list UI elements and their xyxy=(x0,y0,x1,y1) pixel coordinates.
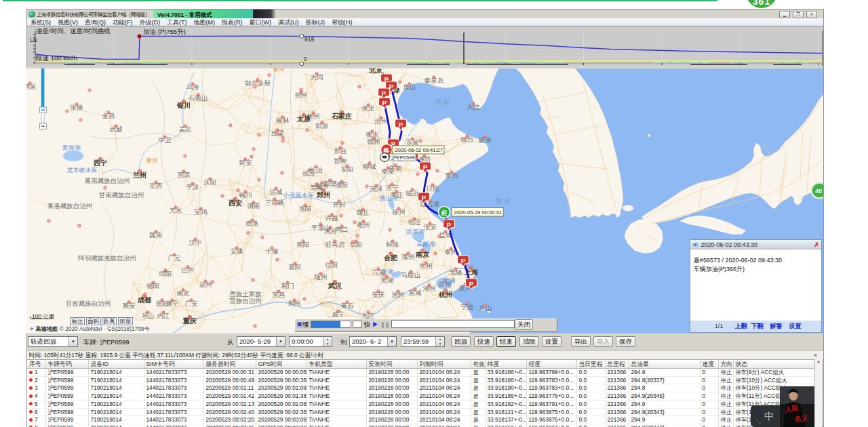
svg-text:P: P xyxy=(382,99,387,106)
svg-text:南阳: 南阳 xyxy=(297,241,310,248)
svg-text:许昌: 许昌 xyxy=(325,214,338,222)
svg-text:濮阳: 濮阳 xyxy=(336,181,349,188)
svg-text:咸宁: 咸宁 xyxy=(332,310,345,318)
svg-text:2020-06-02 09:41:27: 2020-06-02 09:41:27 xyxy=(395,147,443,153)
svg-text:芜湖: 芜湖 xyxy=(380,277,394,284)
svg-text:固原: 固原 xyxy=(178,171,191,178)
svg-text:邢台: 邢台 xyxy=(334,147,347,155)
svg-text:威海: 威海 xyxy=(479,136,492,144)
svg-text:庆阳: 庆阳 xyxy=(204,178,217,186)
svg-text:渤海: 渤海 xyxy=(435,98,451,106)
svg-text:运城: 运城 xyxy=(270,188,283,195)
svg-text:汉中: 汉中 xyxy=(189,239,202,246)
svg-text:日照: 日照 xyxy=(427,184,440,192)
svg-text:德阳: 德阳 xyxy=(146,282,160,289)
svg-text:安康: 安康 xyxy=(231,247,243,255)
svg-text:金昌: 金昌 xyxy=(102,112,115,119)
svg-text:苗族自治州: 苗族自治州 xyxy=(229,297,262,304)
svg-text:阿坝藏族羌族自治州: 阿坝藏族羌族自治州 xyxy=(78,254,136,262)
svg-text:龙羊峡水库: 龙羊峡水库 xyxy=(67,167,98,174)
svg-text:荆州: 荆州 xyxy=(288,300,301,307)
svg-text:油量/时间、速度/时间曲线: 油量/时间、速度/时间曲线 xyxy=(36,27,111,35)
svg-text:渭南: 渭南 xyxy=(248,202,260,209)
svg-text:驻马店: 驻马店 xyxy=(326,241,345,248)
svg-text:小浪底水库: 小浪底水库 xyxy=(283,192,314,199)
svg-text:宣城: 宣城 xyxy=(409,289,422,296)
svg-text:烟台: 烟台 xyxy=(460,136,474,143)
svg-text:徐州: 徐州 xyxy=(392,208,406,216)
svg-text:2020-05-29 00:00:31: 2020-05-29 00:00:31 xyxy=(454,209,502,216)
svg-text:开封: 开封 xyxy=(333,201,347,208)
svg-text:P: P xyxy=(389,83,394,90)
svg-text:南京: 南京 xyxy=(416,251,430,258)
svg-text:青岛: 青岛 xyxy=(446,171,458,179)
svg-text:荆门: 荆门 xyxy=(281,282,294,289)
svg-text:黄河: 黄河 xyxy=(146,157,158,164)
svg-text:武威: 武威 xyxy=(110,125,123,133)
svg-text:邯郸: 邯郸 xyxy=(334,157,348,165)
svg-text:菏泽: 菏泽 xyxy=(370,185,383,192)
svg-text:广元: 广元 xyxy=(168,254,182,262)
svg-text:德州: 德州 xyxy=(367,138,380,145)
svg-text:P: P xyxy=(423,163,428,171)
svg-text:太湖: 太湖 xyxy=(443,277,455,284)
svg-text:限速 100 km/h: 限速 100 km/h xyxy=(36,54,77,62)
svg-text:信阳: 信阳 xyxy=(325,261,338,268)
svg-text:天水: 天水 xyxy=(170,207,182,214)
svg-text:榆林: 榆林 xyxy=(276,117,290,124)
svg-text:宁波: 宁波 xyxy=(461,303,475,310)
svg-text:黄河: 黄河 xyxy=(273,68,285,73)
svg-text:黄石: 黄石 xyxy=(341,302,355,309)
svg-text:湖州: 湖州 xyxy=(423,285,436,292)
svg-text:商丘: 商丘 xyxy=(357,209,370,216)
svg-text:无锡: 无锡 xyxy=(450,268,462,276)
svg-text:沧州: 沧州 xyxy=(375,117,388,125)
svg-text:聊城: 聊城 xyxy=(363,163,377,170)
svg-text:鄂尔多斯: 鄂尔多斯 xyxy=(245,79,271,87)
svg-text:919: 919 xyxy=(304,36,314,43)
svg-text:宝鸡: 宝鸡 xyxy=(195,208,208,216)
svg-text:洪泽湖: 洪泽湖 xyxy=(406,228,425,235)
svg-text:成都: 成都 xyxy=(137,296,151,304)
svg-text:舟山: 舟山 xyxy=(479,304,492,312)
svg-text:南充: 南充 xyxy=(177,289,191,297)
svg-text:亳州: 亳州 xyxy=(357,221,370,228)
svg-text:淮安: 淮安 xyxy=(424,223,437,230)
svg-text:遂宁: 遂宁 xyxy=(166,300,179,307)
svg-text:安庆: 安庆 xyxy=(372,291,386,298)
svg-text:杭州: 杭州 xyxy=(438,291,452,298)
svg-text:乐山: 乐山 xyxy=(142,312,155,319)
svg-text:铜川: 铜川 xyxy=(239,191,252,199)
svg-text:达州: 达州 xyxy=(199,281,212,288)
svg-text:P: P xyxy=(447,221,452,228)
svg-text:内江: 内江 xyxy=(157,312,170,319)
svg-text:济宁: 济宁 xyxy=(386,184,399,191)
svg-text:随州: 随州 xyxy=(315,273,328,281)
svg-text:乌海: 乌海 xyxy=(186,83,200,91)
svg-text:微山湖: 微山湖 xyxy=(380,195,398,201)
svg-text:秦皇岛: 秦皇岛 xyxy=(425,77,444,84)
svg-text:合肥: 合肥 xyxy=(383,254,397,262)
svg-text:西安: 西安 xyxy=(228,199,242,207)
svg-text:武汉: 武汉 xyxy=(328,282,342,289)
svg-text:P: P xyxy=(422,194,427,201)
svg-text:泰安: 泰安 xyxy=(382,167,395,175)
svg-text:高邮湖: 高邮湖 xyxy=(417,241,435,247)
svg-text:广安: 广安 xyxy=(185,300,199,307)
svg-text:重庆: 重庆 xyxy=(182,317,197,325)
svg-text:定西: 定西 xyxy=(150,182,163,189)
svg-text:P: P xyxy=(382,89,387,97)
svg-text:唐山: 唐山 xyxy=(403,83,416,91)
svg-text:P: P xyxy=(399,121,403,128)
svg-text:甘南藏族自治州: 甘南藏族自治州 xyxy=(99,191,144,199)
svg-text:P: P xyxy=(469,280,474,287)
svg-text:西宁: 西宁 xyxy=(93,159,107,167)
svg-text:P: P xyxy=(461,257,466,264)
svg-text:青海湖: 青海湖 xyxy=(62,144,81,151)
svg-text:北京: 北京 xyxy=(368,68,383,74)
svg-text:阳泉: 阳泉 xyxy=(316,122,330,129)
svg-text:0: 0 xyxy=(304,56,307,62)
svg-text:马鞍山: 马鞍山 xyxy=(401,271,421,279)
svg-text:郑州: 郑州 xyxy=(316,191,330,199)
svg-text:巴中: 巴中 xyxy=(182,266,195,274)
